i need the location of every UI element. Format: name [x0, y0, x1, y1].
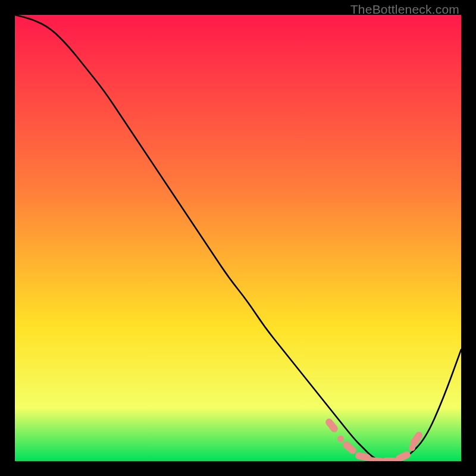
marker-dot: [337, 436, 344, 442]
gradient-background: [15, 15, 461, 461]
watermark-text: TheBottleneck.com: [350, 2, 459, 17]
marker-pill: [382, 458, 397, 461]
chart-root: TheBottleneck.com: [0, 0, 476, 476]
plot-area: [15, 15, 461, 461]
chart-svg: [15, 15, 461, 461]
